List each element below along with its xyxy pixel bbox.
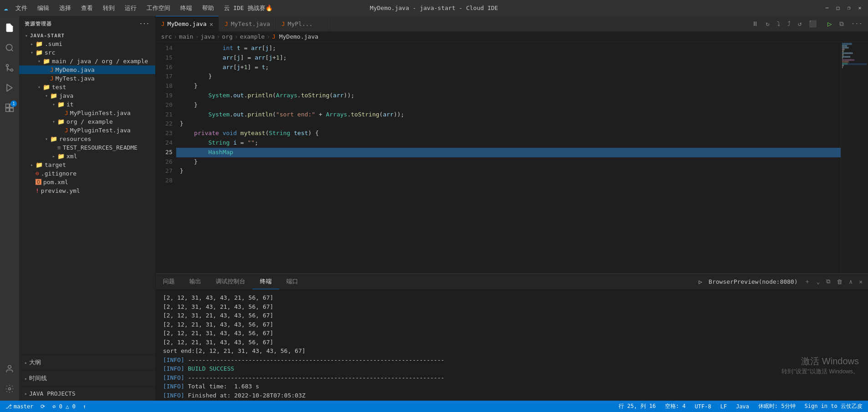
timeline-section-item[interactable]: ▸ 时间线 <box>19 372 155 384</box>
minimize-button[interactable]: ─ <box>822 4 832 13</box>
menu-help[interactable]: 帮助 <box>200 3 216 13</box>
activity-search[interactable] <box>1 40 18 56</box>
svg-point-10 <box>9 388 11 390</box>
tree-item-resources[interactable]: ▾ 📁 resources <box>19 135 155 143</box>
maximize-button[interactable]: □ <box>833 4 843 13</box>
tree-item-java[interactable]: ▾ 📁 java <box>19 91 155 100</box>
split-editor-icon[interactable]: ⧉ <box>838 19 846 29</box>
menu-cloud-ide[interactable]: 云 IDE 挑战赛🔥 <box>222 3 274 13</box>
browser-preview-label[interactable]: BrowserPreview(node:8080) <box>707 277 800 286</box>
idle-status[interactable]: 休眠时: 5分钟 <box>756 402 797 410</box>
debug-run-icon[interactable]: ⏸ <box>750 19 760 28</box>
tab-label: MyPl... <box>288 20 313 27</box>
terminal-content[interactable]: [2, 12, 31, 43, 43, 21, 56, 67] [2, 12, … <box>156 290 868 401</box>
line-ending-status[interactable]: LF <box>718 403 728 410</box>
run-button[interactable]: ▷ <box>826 19 834 29</box>
breadcrumb-file[interactable]: J MyDemo.java <box>272 33 319 40</box>
arrow-icon: ▸ <box>50 154 57 159</box>
more-actions-icon[interactable]: ··· <box>849 19 864 28</box>
status-bar-right: 行 25, 列 16 空格: 4 UTF-8 LF Java 休眠时: 5分钟 … <box>617 402 864 410</box>
tab-mytest[interactable]: J MyTest.java <box>219 16 276 31</box>
panel-tab-debug-console[interactable]: 调试控制台 <box>208 274 253 289</box>
terminal-line: [INFO] Finished at: 2022-10-28T07:05:03Z <box>163 391 861 400</box>
tree-item-sumi[interactable]: ▸ 📁 .sumi <box>19 40 155 48</box>
activity-settings[interactable] <box>1 381 18 397</box>
language-status[interactable]: Java <box>734 403 751 410</box>
breadcrumb-src[interactable]: src <box>161 33 172 40</box>
code-content[interactable]: int t = arr[j]; arr[j] = arr[j+1]; arr[j… <box>176 42 841 273</box>
breadcrumb-sep: › <box>267 33 270 40</box>
tree-item-preview[interactable]: ! preview.yml <box>19 186 155 195</box>
menu-terminal[interactable]: 终端 <box>178 3 194 13</box>
tree-label: preview.yml <box>41 187 80 194</box>
activity-extensions[interactable]: 1 <box>1 100 18 116</box>
tree-item-org-example[interactable]: ▾ 📁 org / example <box>19 117 155 126</box>
tree-item-mydemo[interactable]: J MyDemo.java <box>19 65 155 74</box>
tree-item-target[interactable]: ▸ 📁 target <box>19 161 155 169</box>
tree-label: main / java / org / example <box>52 58 148 65</box>
tree-item-plugintest1[interactable]: J MyPluginTest.java <box>19 109 155 117</box>
stop-icon[interactable]: ⬛ <box>807 19 818 28</box>
close-panel-icon[interactable]: ✕ <box>857 277 864 286</box>
step-over-icon[interactable]: ⤵ <box>775 19 782 28</box>
menu-goto[interactable]: 转到 <box>101 3 117 13</box>
outline-section-item[interactable]: ▸ 大纲 <box>19 357 155 368</box>
breadcrumb-example[interactable]: example <box>240 33 265 40</box>
tree-item-pom[interactable]: 🅾 pom.xml <box>19 178 155 186</box>
activity-source-control[interactable] <box>1 60 18 76</box>
breadcrumb-org[interactable]: org <box>222 33 233 40</box>
tree-item-gitignore[interactable]: ⊖ .gitignore <box>19 169 155 178</box>
errors-warnings-status[interactable]: ⊘ 0 △ 0 <box>51 403 77 410</box>
minimap: ▓▓▓▓▓▓▓▓▓ ▓▓▓▓▓▓ ▓▓▓▓▓▓▓▓ ▓▓▓ ▓▓ ▓▓▓▓▓▓▓… <box>841 42 868 273</box>
collapse-panel-icon[interactable]: ∧ <box>847 277 854 286</box>
tree-item-main[interactable]: ▾ 📁 main / java / org / example <box>19 57 155 65</box>
sidebar-more-icon[interactable]: ··· <box>139 21 150 27</box>
menu-view[interactable]: 查看 <box>79 3 95 13</box>
tree-item-readme[interactable]: ≡ TEST_RESOURCES_README <box>19 143 155 152</box>
java-projects-section-item[interactable]: ▸ JAVA PROJECTS <box>19 388 155 399</box>
tab-mydemo[interactable]: J MyDemo.java ✕ <box>156 16 219 31</box>
menu-select[interactable]: 选择 <box>57 3 73 13</box>
encoding-status[interactable]: UTF-8 <box>693 403 713 410</box>
split-terminal-icon[interactable]: ⧉ <box>824 277 832 286</box>
sidebar-header: 资源管理器 ··· <box>19 16 155 32</box>
activity-account[interactable] <box>1 361 18 377</box>
trash-icon[interactable]: 🗑 <box>835 277 844 286</box>
menu-run[interactable]: 运行 <box>123 3 138 13</box>
menu-edit[interactable]: 编辑 <box>36 3 51 13</box>
user-status[interactable]: Sign in to 云仗乙皮 <box>803 402 864 410</box>
tab-myplugin[interactable]: J MyPl... <box>276 16 330 31</box>
activity-files[interactable] <box>1 20 18 36</box>
publish-status[interactable]: ↑ <box>81 403 88 410</box>
breadcrumb-main[interactable]: main <box>179 33 193 40</box>
git-branch-status[interactable]: ⎇ master <box>4 403 35 410</box>
panel-tab-output[interactable]: 输出 <box>182 274 208 289</box>
tree-item-test[interactable]: ▾ 📁 test <box>19 83 155 91</box>
restore-button[interactable]: ❐ <box>844 4 853 13</box>
add-terminal-icon[interactable]: ＋ <box>802 276 812 286</box>
step-up-icon[interactable]: ⤴ <box>786 19 792 28</box>
tab-close-button[interactable]: ✕ <box>209 20 213 28</box>
panel-tab-terminal[interactable]: 终端 <box>253 274 279 289</box>
java-icon: J <box>50 75 54 82</box>
sync-status[interactable]: ⟳ <box>39 403 47 410</box>
row-col-status[interactable]: 行 25, 列 16 <box>617 402 658 410</box>
breadcrumb-java[interactable]: java <box>200 33 214 40</box>
tree-item-root[interactable]: ▾ JAVA-START <box>19 32 155 40</box>
tree-item-mytest[interactable]: J MyTest.java <box>19 74 155 83</box>
tree-item-src[interactable]: ▾ 📁 src <box>19 48 155 57</box>
tree-item-plugintest2[interactable]: J MyPluginTest.java <box>19 126 155 135</box>
close-button[interactable]: ✕ <box>855 4 864 13</box>
panel-tab-problems[interactable]: 问题 <box>156 274 182 289</box>
continue-icon[interactable]: ↺ <box>796 19 803 28</box>
panel-tab-ports[interactable]: 端口 <box>279 274 305 289</box>
browser-preview-icon: ▷ <box>697 277 704 286</box>
tree-item-xml[interactable]: ▸ 📁 xml <box>19 152 155 161</box>
terminal-more-icon[interactable]: ⌄ <box>815 277 822 286</box>
menu-workspace[interactable]: 工作空间 <box>145 3 172 13</box>
activity-debug[interactable] <box>1 80 18 96</box>
restart-icon[interactable]: ↻ <box>764 19 771 28</box>
menu-file[interactable]: 文件 <box>14 3 29 13</box>
tree-item-it[interactable]: ▾ 📁 it <box>19 100 155 109</box>
spaces-status[interactable]: 空格: 4 <box>663 402 688 410</box>
